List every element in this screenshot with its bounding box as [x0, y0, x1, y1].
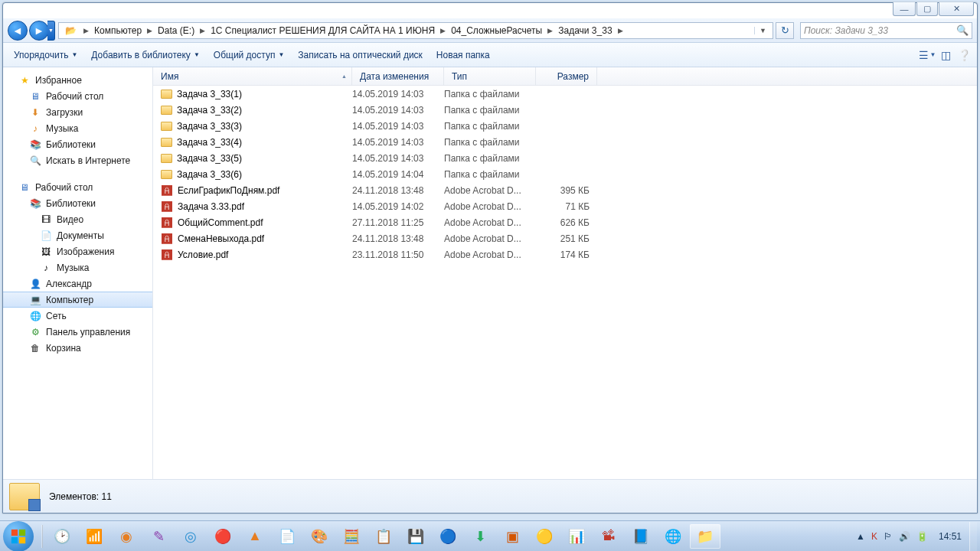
col-size[interactable]: Размер [536, 67, 597, 85]
taskbar-app[interactable]: ▣ [497, 524, 528, 549]
file-row[interactable]: Задача 3_33(2)14.05.2019 14:03Папка с фа… [153, 102, 977, 118]
chevron-down-icon: ▼ [194, 51, 200, 58]
chevron-right-icon[interactable]: ▶ [544, 27, 556, 34]
add-library-button[interactable]: Добавить в библиотеку▼ [85, 47, 205, 64]
minimize-button[interactable]: — [893, 2, 916, 16]
tray-icon[interactable]: ▲ [856, 531, 865, 542]
nav-libraries-2[interactable]: 📚Библиотеки [3, 195, 152, 211]
file-row[interactable]: Задача 3_33(4)14.05.2019 14:03Папка с фа… [153, 134, 977, 150]
nav-desktop[interactable]: 🖥Рабочий стол [3, 88, 152, 104]
taskbar-app[interactable]: 💾 [400, 524, 431, 549]
taskbar-app[interactable]: 🎨 [304, 524, 335, 549]
help-button[interactable]: ❔ [956, 47, 972, 64]
view-options-button[interactable]: ☰▼ [919, 47, 936, 64]
forward-button[interactable]: ► [29, 21, 49, 41]
chevron-right-icon[interactable]: ▶ [80, 27, 92, 34]
file-type: Папка с файлами [444, 105, 536, 116]
close-button[interactable]: ✕ [939, 2, 974, 16]
chevron-right-icon[interactable]: ▶ [437, 27, 449, 34]
file-row[interactable]: 🅰Задача 3.33.pdf14.05.2019 14:02Adobe Ac… [153, 198, 977, 214]
search-icon[interactable]: 🔍 [956, 24, 969, 36]
tray-icon[interactable]: 🔊 [899, 531, 910, 542]
taskbar-app[interactable]: 📊 [561, 524, 592, 549]
tray-icon[interactable]: 🔋 [916, 531, 928, 542]
start-button[interactable] [3, 521, 34, 552]
taskbar-app[interactable]: 🌐 [658, 524, 688, 549]
nav-network[interactable]: 🌐Сеть [3, 308, 152, 324]
taskbar-app[interactable]: 🔴 [207, 524, 238, 549]
breadcrumb[interactable]: 📂 ▶ Компьютер ▶ Data (E:) ▶ 1С Специалис… [58, 22, 773, 39]
nav-control-panel[interactable]: ⚙Панель управления [3, 324, 152, 340]
file-row[interactable]: 🅰ОбщийComment.pdf27.11.2018 11:25Adobe A… [153, 214, 977, 230]
crumb-drive[interactable]: Data (E:) [155, 23, 197, 38]
file-name: Задача 3_33(5) [177, 153, 242, 164]
nav-favorites[interactable]: ★Избранное [3, 72, 152, 88]
refresh-button[interactable]: ↻ [776, 22, 794, 39]
crumb-folder-1[interactable]: 1С Специалист РЕШЕНИЯ ДЛЯ САЙТА НА 1 ИЮН… [208, 23, 437, 38]
file-row[interactable]: Задача 3_33(5)14.05.2019 14:03Папка с фа… [153, 150, 977, 166]
file-row[interactable]: Задача 3_33(3)14.05.2019 14:03Папка с фа… [153, 118, 977, 134]
taskbar-app[interactable]: 🔵 [433, 524, 463, 549]
taskbar-app[interactable]: 📽 [593, 524, 624, 549]
nav-libraries[interactable]: 📚Библиотеки [3, 136, 152, 152]
show-desktop-button[interactable] [969, 522, 977, 551]
new-folder-button[interactable]: Новая папка [430, 47, 496, 64]
nav-recycle-bin[interactable]: 🗑Корзина [3, 340, 152, 356]
taskbar-app[interactable]: ▲ [240, 524, 270, 549]
chevron-down-icon[interactable]: ▼ [754, 27, 771, 34]
organize-button[interactable]: Упорядочить▼ [8, 47, 83, 64]
tray-icon[interactable]: 🏳 [884, 531, 893, 542]
file-row[interactable]: 🅰Условие.pdf23.11.2018 11:50Adobe Acroba… [153, 246, 977, 262]
tray-icon[interactable]: K [871, 531, 877, 542]
col-name[interactable]: Имя [153, 67, 352, 85]
col-type[interactable]: Тип [444, 67, 536, 85]
user-icon: 👤 [29, 278, 41, 290]
chevron-right-icon[interactable]: ▶ [197, 27, 208, 34]
taskbar-app[interactable]: 🕑 [47, 524, 77, 549]
file-row[interactable]: 🅰ЕслиГрафикПоДням.pdf24.11.2018 13:48Ado… [153, 182, 977, 198]
nav-music[interactable]: ♪Музыка [3, 120, 152, 136]
file-row[interactable]: 🅰СменаНевыхода.pdf24.11.2018 13:48Adobe … [153, 230, 977, 246]
file-size: 395 КБ [536, 185, 590, 196]
chevron-right-icon[interactable]: ▶ [615, 27, 626, 34]
nav-search-internet[interactable]: 🔍Искать в Интернете [3, 152, 152, 168]
nav-music-2[interactable]: ♪Музыка [3, 259, 152, 276]
taskbar-app[interactable]: 🧮 [336, 524, 367, 549]
taskbar-app[interactable]: 📶 [79, 524, 109, 549]
search-input[interactable]: Поиск: Задачи 3_33 🔍 [800, 22, 972, 39]
svg-rect-2 [11, 536, 18, 543]
preview-pane-button[interactable]: ◫ [937, 47, 954, 64]
taskbar-app[interactable]: ◎ [175, 524, 206, 549]
nav-computer[interactable]: 💻Компьютер [3, 292, 152, 308]
file-row[interactable]: Задача 3_33(6)14.05.2019 14:04Папка с фа… [153, 166, 977, 182]
crumb-folder-3[interactable]: Задачи 3_33 [556, 23, 614, 38]
taskbar-app[interactable]: 🟡 [529, 524, 560, 549]
back-button[interactable]: ◄ [8, 21, 28, 41]
nav-user[interactable]: 👤Александр [3, 276, 152, 292]
chevron-right-icon[interactable]: ▶ [144, 27, 155, 34]
burn-button[interactable]: Записать на оптический диск [292, 47, 429, 64]
taskbar-app[interactable]: 📋 [368, 524, 399, 549]
taskbar-app[interactable]: 📘 [626, 524, 656, 549]
clock[interactable]: 14:51 [934, 531, 966, 542]
file-date: 14.05.2019 14:02 [352, 201, 444, 212]
taskbar-explorer[interactable]: 📁 [690, 524, 720, 549]
crumb-computer[interactable]: Компьютер [92, 23, 144, 38]
recent-dropdown[interactable]: ▼ [47, 21, 55, 41]
col-date[interactable]: Дата изменения [352, 67, 444, 85]
network-icon: 🌐 [29, 310, 41, 322]
nav-pictures[interactable]: 🖼Изображения [3, 243, 152, 259]
nav-documents[interactable]: 📄Документы [3, 227, 152, 243]
taskbar-app[interactable]: ⬇ [465, 524, 495, 549]
nav-video[interactable]: 🎞Видео [3, 211, 152, 227]
taskbar-app[interactable]: 📄 [272, 524, 302, 549]
nav-desktop-root[interactable]: 🖥Рабочий стол [3, 179, 152, 195]
share-button[interactable]: Общий доступ▼ [207, 47, 291, 64]
nav-downloads[interactable]: ⬇Загрузки [3, 104, 152, 120]
status-count: Элементов: 11 [49, 491, 112, 502]
maximize-button[interactable]: ▢ [916, 2, 938, 16]
taskbar-app[interactable]: ◉ [111, 524, 142, 549]
taskbar-app[interactable]: ✎ [143, 524, 174, 549]
file-row[interactable]: Задача 3_33(1)14.05.2019 14:03Папка с фа… [153, 86, 977, 102]
crumb-folder-2[interactable]: 04_СложныеРасчеты [449, 23, 544, 38]
